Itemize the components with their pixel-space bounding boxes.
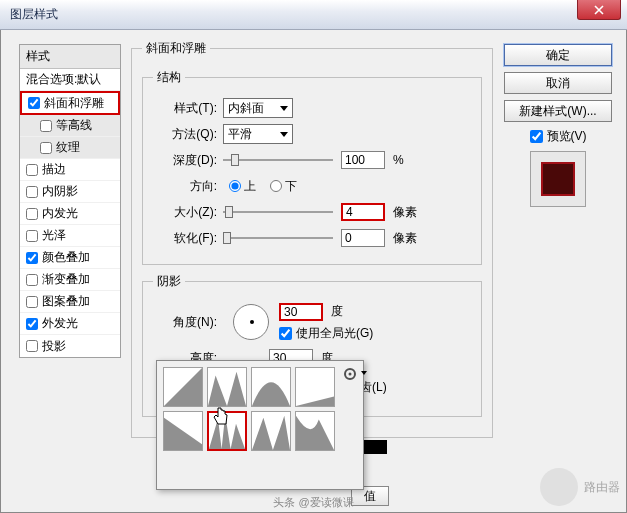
- checkbox-patternoverlay[interactable]: [26, 296, 38, 308]
- angle-input[interactable]: [279, 303, 323, 321]
- checkbox-satin[interactable]: [26, 230, 38, 242]
- checkbox-texture[interactable]: [40, 142, 52, 154]
- sidebar-item-innershadow[interactable]: 内阴影: [20, 181, 120, 203]
- checkbox-contour[interactable]: [40, 120, 52, 132]
- cancel-button[interactable]: 取消: [504, 72, 612, 94]
- new-style-button[interactable]: 新建样式(W)...: [504, 100, 612, 122]
- sidebar-item-patternoverlay[interactable]: 图案叠加: [20, 291, 120, 313]
- preview-swatch: [530, 151, 586, 207]
- depth-slider[interactable]: [223, 152, 333, 168]
- ok-button[interactable]: 确定: [504, 44, 612, 66]
- sidebar-item-satin[interactable]: 光泽: [20, 225, 120, 247]
- checkbox-dropshadow[interactable]: [26, 340, 38, 352]
- sidebar-item-contour[interactable]: 等高线: [20, 115, 120, 137]
- style-label: 样式(T):: [153, 100, 217, 117]
- chevron-down-icon: [280, 106, 288, 111]
- direction-down[interactable]: 下: [270, 178, 297, 195]
- contour-menu-button[interactable]: [343, 367, 357, 381]
- gear-icon: [343, 367, 357, 381]
- close-button[interactable]: [577, 0, 621, 20]
- chevron-down-icon: [361, 371, 367, 375]
- technique-select[interactable]: 平滑: [223, 124, 293, 144]
- watermark-text: 路由器: [584, 479, 620, 496]
- contour-preset-6[interactable]: [207, 411, 247, 451]
- svg-point-1: [349, 373, 352, 376]
- size-input[interactable]: [341, 203, 385, 221]
- sidebar-item-outerglow[interactable]: 外发光: [20, 313, 120, 335]
- sidebar-item-innerglow[interactable]: 内发光: [20, 203, 120, 225]
- sidebar-item-texture[interactable]: 纹理: [20, 137, 120, 159]
- checkbox-innershadow[interactable]: [26, 186, 38, 198]
- close-icon: [594, 5, 604, 15]
- contour-preset-5[interactable]: [163, 411, 203, 451]
- checkbox-innerglow[interactable]: [26, 208, 38, 220]
- contour-preset-1[interactable]: [163, 367, 203, 407]
- window-title: 图层样式: [10, 6, 58, 23]
- sidebar-item-blend[interactable]: 混合选项:默认: [20, 69, 120, 91]
- chevron-down-icon: [280, 132, 288, 137]
- checkbox-coloroverlay[interactable]: [26, 252, 38, 264]
- sidebar-item-stroke[interactable]: 描边: [20, 159, 120, 181]
- shading-legend: 阴影: [153, 273, 185, 290]
- checkbox-outerglow[interactable]: [26, 318, 38, 330]
- size-slider[interactable]: [223, 204, 333, 220]
- preview-inner: [541, 162, 575, 196]
- structure-fieldset: 结构 样式(T): 内斜面 方法(Q): 平滑 深度(D): % 方向:: [142, 69, 482, 265]
- direction-label: 方向:: [153, 178, 217, 195]
- styles-sidebar: 样式 混合选项:默认 斜面和浮雕 等高线 纹理 描边 内阴影 内发光 光泽 颜色…: [19, 44, 121, 358]
- angle-label: 角度(N):: [153, 314, 217, 331]
- checkbox-stroke[interactable]: [26, 164, 38, 176]
- contour-popup: [156, 360, 364, 490]
- right-panel: 确定 取消 新建样式(W)... 预览(V): [504, 44, 612, 213]
- style-select[interactable]: 内斜面: [223, 98, 293, 118]
- direction-up[interactable]: 上: [229, 178, 256, 195]
- titlebar: 图层样式: [0, 0, 627, 30]
- preview-checkbox[interactable]: 预览(V): [504, 128, 612, 145]
- sidebar-header: 样式: [20, 45, 120, 69]
- contour-preset-2[interactable]: [207, 367, 247, 407]
- contour-preset-7[interactable]: [251, 411, 291, 451]
- soften-label: 软化(F):: [153, 230, 217, 247]
- soften-slider[interactable]: [223, 230, 333, 246]
- contour-grid: [163, 367, 335, 451]
- sidebar-item-coloroverlay[interactable]: 颜色叠加: [20, 247, 120, 269]
- soften-input[interactable]: [341, 229, 385, 247]
- sidebar-item-gradientoverlay[interactable]: 渐变叠加: [20, 269, 120, 291]
- sidebar-item-bevel[interactable]: 斜面和浮雕: [20, 91, 120, 115]
- technique-label: 方法(Q):: [153, 126, 217, 143]
- footer-text: 头条 @爱读微课: [1, 495, 626, 510]
- depth-label: 深度(D):: [153, 152, 217, 169]
- contour-preset-3[interactable]: [251, 367, 291, 407]
- angle-dial[interactable]: [233, 304, 269, 340]
- contour-preset-8[interactable]: [295, 411, 335, 451]
- checkbox-gradientoverlay[interactable]: [26, 274, 38, 286]
- global-light-checkbox[interactable]: 使用全局光(G): [279, 325, 373, 342]
- structure-legend: 结构: [153, 69, 185, 86]
- bevel-legend: 斜面和浮雕: [142, 40, 210, 57]
- size-label: 大小(Z):: [153, 204, 217, 221]
- sidebar-item-dropshadow[interactable]: 投影: [20, 335, 120, 357]
- checkbox-bevel[interactable]: [28, 97, 40, 109]
- depth-input[interactable]: [341, 151, 385, 169]
- contour-preset-4[interactable]: [295, 367, 335, 407]
